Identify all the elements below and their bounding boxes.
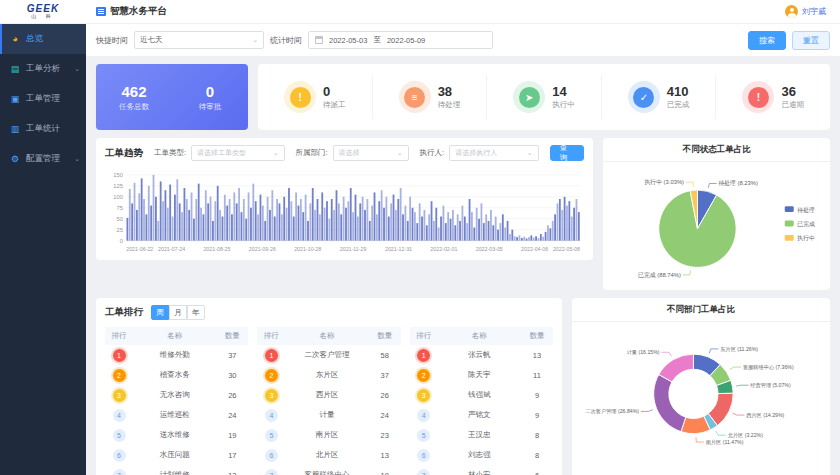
config-icon: ⚙ [10, 154, 20, 164]
rank-badge: 4 [113, 409, 126, 422]
rank-table-header: 排行名称数量 [410, 327, 553, 345]
summary-row: 462 任务总数 0 待审批 ! 0 待派工 ≡ 38 待处理 ➤ 14 [96, 64, 830, 130]
search-button[interactable]: 搜索 [748, 31, 786, 50]
column-header: 排行 [105, 331, 133, 341]
rank-qty: 17 [216, 451, 248, 460]
table-row[interactable]: 1 张云帆 13 [410, 345, 553, 365]
table-row[interactable]: 1 二次客户管理 58 [257, 345, 400, 365]
rank-name: 南片区 [285, 430, 368, 440]
sidebar-item-order-manage[interactable]: ▣ 工单管理 [0, 84, 86, 114]
rank-table: 排行名称数量1 张云帆 132 陈天宇 113 钱强斌 94 严铭文 95 王汉… [410, 327, 553, 475]
period-toggle-年[interactable]: 年 [187, 305, 205, 320]
rank-badge: 1 [265, 349, 278, 362]
svg-text:已完成: 已完成 [798, 220, 816, 228]
department-placeholder: 请选择 [339, 148, 360, 158]
department-select[interactable]: 请选择 ⌄ [333, 145, 409, 161]
column-header: 数量 [369, 331, 401, 341]
query-button[interactable]: 查询 [550, 145, 585, 161]
table-row[interactable]: 6 水压问题 17 [105, 445, 248, 465]
rank-qty: 26 [216, 391, 248, 400]
table-row[interactable]: 3 西片区 26 [257, 385, 400, 405]
stat-value: 36 [781, 84, 804, 99]
pending-doc-icon: ≡ [404, 87, 425, 108]
rank-badge: 2 [113, 369, 126, 382]
column-header: 数量 [521, 331, 553, 341]
date-to[interactable]: 2022-05-09 [387, 36, 425, 45]
date-from[interactable]: 2022-05-03 [329, 36, 367, 45]
avatar[interactable] [785, 5, 798, 18]
overview-icon: ◕ [10, 34, 20, 44]
app-title-icon [96, 7, 106, 16]
rank-badge: 5 [265, 429, 278, 442]
status-stats-card: ! 0 待派工 ≡ 38 待处理 ➤ 14 执行中 ✓ 410 已完成 ! [258, 64, 830, 130]
rank-name: 计划维修 [133, 470, 216, 475]
order-type-label: 工单类型: [154, 148, 186, 158]
table-row[interactable]: 4 计量 24 [257, 405, 400, 425]
table-row[interactable]: 5 王汉忠 8 [410, 425, 553, 445]
table-row[interactable]: 2 东片区 37 [257, 365, 400, 385]
rank-qty: 11 [521, 371, 553, 380]
sidebar-item-label: 配置管理 [26, 153, 60, 165]
stat-item: ! 36 已逾期 [715, 75, 830, 119]
table-row[interactable]: 6 刘志强 8 [410, 445, 553, 465]
svg-text:待处理 (8.23%): 待处理 (8.23%) [719, 179, 759, 187]
svg-text:2021-12-31: 2021-12-31 [385, 246, 412, 252]
table-row[interactable]: 7 计划维修 12 [105, 465, 248, 475]
svg-text:2021-10-28: 2021-10-28 [294, 246, 321, 252]
svg-text:西片区 (14.29%): 西片区 (14.29%) [746, 412, 784, 419]
total-tasks-card: 462 任务总数 0 待审批 [96, 64, 248, 130]
table-row[interactable]: 7 客服联络中心 10 [257, 465, 400, 475]
department-label: 所属部门: [296, 148, 328, 158]
sidebar-item-order-analysis[interactable]: ▤ 工单分析 ⌄ [0, 54, 86, 84]
ranking-tables: 排行名称数量1 维修外勤 372 稽查水务 303 无水咨询 264 运维巡检 … [105, 327, 553, 475]
table-row[interactable]: 7 林小安 6 [410, 465, 553, 475]
sidebar-item-config[interactable]: ⚙ 配置管理 ⌄ [0, 144, 86, 174]
svg-text:执行中: 执行中 [798, 235, 816, 242]
rank-name: 送水维修 [133, 430, 216, 440]
column-header: 名称 [438, 331, 521, 341]
svg-text:2022-05-08: 2022-05-08 [553, 246, 580, 252]
table-row[interactable]: 4 严铭文 9 [410, 405, 553, 425]
rank-name: 西片区 [285, 390, 368, 400]
table-row[interactable]: 2 稽查水务 30 [105, 365, 248, 385]
table-row[interactable]: 6 北片区 13 [257, 445, 400, 465]
rank-qty: 8 [521, 431, 553, 440]
svg-text:2021-08-25: 2021-08-25 [203, 246, 230, 252]
rank-name: 北片区 [285, 450, 368, 460]
date-range-picker[interactable]: 2022-05-03 至 2022-05-09 [308, 31, 493, 49]
table-row[interactable]: 1 维修外勤 37 [105, 345, 248, 365]
logo: GEEK 山 科 [0, 0, 86, 24]
executor-select[interactable]: 请选择执行人 ⌄ [449, 145, 539, 161]
rank-name: 无水咨询 [133, 390, 216, 400]
table-row[interactable]: 4 运维巡检 24 [105, 405, 248, 425]
user-menu[interactable]: 刘宇威 [785, 5, 826, 18]
quick-time-value: 近七天 [140, 35, 163, 45]
sidebar-item-label: 工单分析 [26, 63, 60, 75]
period-toggle-周[interactable]: 周 [151, 305, 169, 320]
stat-item: ➤ 14 执行中 [486, 75, 601, 119]
table-row[interactable]: 3 无水咨询 26 [105, 385, 248, 405]
svg-text:150: 150 [113, 172, 123, 178]
period-toggle-月[interactable]: 月 [169, 305, 187, 320]
trend-bar-chart: 02550751001251502021-06-222021-07-242021… [105, 166, 584, 258]
table-row[interactable]: 2 陈天宇 11 [410, 365, 553, 385]
rank-qty: 10 [369, 471, 401, 475]
table-row[interactable]: 3 钱强斌 9 [410, 385, 553, 405]
user-name[interactable]: 刘宇威 [802, 6, 826, 17]
reset-button[interactable]: 重置 [792, 31, 830, 50]
rank-name: 水压问题 [133, 450, 216, 460]
table-row[interactable]: 5 送水维修 19 [105, 425, 248, 445]
rank-qty: 9 [521, 411, 553, 420]
page-title: 智慧水务平台 [110, 5, 167, 18]
sidebar-item-overview[interactable]: ◕ 总览 [0, 24, 86, 54]
order-type-select[interactable]: 请选择工单类型 ⌄ [191, 145, 284, 161]
svg-text:东片区 (11.26%): 东片区 (11.26%) [720, 346, 758, 353]
sidebar-item-order-stats[interactable]: ▥ 工单统计 [0, 114, 86, 144]
svg-text:客服联络中心 (7.36%): 客服联络中心 (7.36%) [743, 364, 794, 371]
table-row[interactable]: 5 南片区 23 [257, 425, 400, 445]
chevron-down-icon: ⌄ [246, 36, 258, 44]
rank-qty: 8 [521, 451, 553, 460]
quick-time-select[interactable]: 近七天 ⌄ [134, 31, 264, 49]
rank-badge: 6 [417, 449, 430, 462]
rank-badge: 3 [417, 389, 430, 402]
